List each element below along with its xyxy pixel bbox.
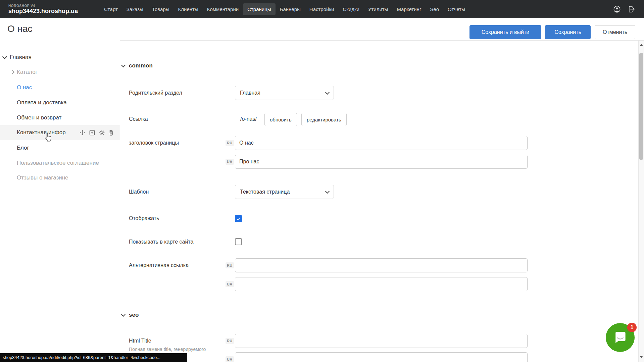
nav-item-marketing[interactable]: Маркетинг bbox=[392, 3, 426, 15]
lang-tag-ua: UA bbox=[226, 356, 234, 362]
chevron-down-icon[interactable] bbox=[2, 54, 7, 59]
save-and-exit-button[interactable]: Сохранить и выйти bbox=[469, 25, 541, 39]
logout-icon[interactable] bbox=[628, 5, 635, 13]
page: HOROSHOP V4 shop34423.horoshop.ua Старт … bbox=[0, 0, 644, 362]
sidebar-item-katalog[interactable]: Каталог bbox=[0, 65, 120, 80]
html-title-hint: Полная замена title, генерируемого bbox=[129, 346, 206, 352]
delete-icon[interactable] bbox=[109, 130, 114, 136]
lang-tag-ua: UA bbox=[226, 159, 234, 165]
page-header: О нас Сохранить и выйти Сохранить Отмени… bbox=[0, 18, 644, 41]
lang-tag-ru: RU bbox=[226, 262, 234, 268]
save-button[interactable]: Сохранить bbox=[545, 25, 591, 39]
nav-right-icons bbox=[613, 5, 644, 13]
link-label: Ссылка bbox=[129, 116, 148, 122]
move-icon[interactable] bbox=[80, 130, 85, 136]
sidebar-item-oplata-i-dostavka[interactable]: Оплата и доставка bbox=[0, 95, 120, 110]
scroll-up-button[interactable] bbox=[640, 44, 643, 46]
chevron-down-icon bbox=[325, 189, 330, 194]
nav-item-banners[interactable]: Баннеры bbox=[276, 3, 305, 15]
page-title: О нас bbox=[7, 23, 33, 34]
display-label: Отображать bbox=[129, 215, 159, 222]
nav-item-discounts[interactable]: Скидки bbox=[338, 3, 363, 15]
sidebar-item-polzovatelskoe-soglashenie[interactable]: Пользовательское соглашение bbox=[0, 156, 120, 170]
lang-tag-ua: UA bbox=[226, 281, 234, 287]
scrollbar-thumb[interactable] bbox=[639, 53, 643, 160]
chevron-down-icon bbox=[325, 90, 330, 95]
account-icon[interactable] bbox=[613, 5, 621, 13]
tree-row-actions bbox=[80, 125, 114, 140]
alt-link-ru-input[interactable] bbox=[235, 258, 528, 272]
sitemap-label: Показывать в карте сайта bbox=[129, 239, 193, 245]
html-title-label: Html Title bbox=[129, 338, 151, 344]
update-link-button[interactable]: обновить bbox=[264, 113, 297, 126]
nav-item-products[interactable]: Товары bbox=[148, 3, 174, 15]
nav-item-start[interactable]: Старт bbox=[100, 3, 122, 15]
lang-tag-ru: RU bbox=[226, 338, 234, 344]
edit-link-button[interactable]: редактировать bbox=[301, 113, 347, 126]
sidebar-item-glavnaya[interactable]: Главная bbox=[0, 50, 120, 65]
sitemap-checkbox[interactable] bbox=[235, 238, 242, 245]
chevron-down-icon bbox=[121, 63, 126, 67]
nav-item-pages[interactable]: Страницы bbox=[243, 3, 275, 15]
section-seo-header[interactable]: seo bbox=[122, 312, 139, 318]
pages-tree-sidebar: Главная Каталог О нас Оплата и доставка … bbox=[0, 40, 120, 362]
nav-item-settings[interactable]: Настройки bbox=[305, 3, 339, 15]
cancel-button[interactable]: Отменить bbox=[595, 25, 635, 39]
brand[interactable]: HOROSHOP V4 shop34423.horoshop.ua bbox=[0, 4, 86, 14]
chevron-down-icon bbox=[121, 312, 126, 317]
section-common-header[interactable]: common bbox=[122, 62, 153, 69]
page-title-ua-input[interactable] bbox=[235, 155, 528, 169]
lang-tag-ru: RU bbox=[226, 140, 234, 146]
brand-domain: shop34423.horoshop.ua bbox=[8, 8, 86, 14]
settings-icon[interactable] bbox=[99, 130, 105, 136]
main-menu: Старт Заказы Товары Клиенты Комментарии … bbox=[100, 3, 469, 15]
parent-section-select[interactable]: Главная bbox=[235, 86, 334, 100]
nav-item-clients[interactable]: Клиенты bbox=[174, 3, 203, 15]
template-select[interactable]: Текстовая страница bbox=[235, 185, 334, 199]
sidebar-item-obmen-i-vozvrat[interactable]: Обмен и возврат bbox=[0, 110, 120, 125]
chat-bubble-icon bbox=[612, 329, 628, 346]
html-title-ru-input[interactable] bbox=[235, 334, 528, 348]
status-url-bar: shop34423.horoshop.ua/edit/edit.php?id=6… bbox=[0, 353, 187, 362]
parent-section-label: Родительский раздел bbox=[129, 90, 182, 96]
html-title-ua-input[interactable] bbox=[235, 352, 528, 362]
template-label: Шаблон bbox=[129, 189, 149, 195]
page-title-label: заголовок страницы bbox=[129, 140, 179, 146]
sidebar-item-o-nas[interactable]: О нас bbox=[0, 80, 120, 95]
display-checkbox[interactable] bbox=[235, 215, 242, 222]
sidebar-item-otzyvy-o-magazine[interactable]: Отзывы о магазине bbox=[0, 170, 120, 185]
chevron-right-icon[interactable] bbox=[10, 70, 14, 74]
top-navbar: HOROSHOP V4 shop34423.horoshop.ua Старт … bbox=[0, 0, 644, 18]
alt-link-ua-input[interactable] bbox=[235, 277, 528, 291]
scroll-down-button[interactable] bbox=[640, 356, 643, 358]
add-icon[interactable] bbox=[89, 130, 95, 136]
nav-item-comments[interactable]: Комментарии bbox=[203, 3, 243, 15]
chat-unread-badge: 1 bbox=[627, 323, 637, 332]
sidebar-item-kontaktnaya-informatsiya[interactable]: Контактная инфор bbox=[0, 125, 120, 140]
nav-item-utilities[interactable]: Утилиты bbox=[364, 3, 393, 15]
nav-item-reports[interactable]: Отчеты bbox=[443, 3, 469, 15]
page-title-ru-input[interactable] bbox=[235, 136, 528, 150]
sidebar-item-blog[interactable]: Блог bbox=[0, 141, 120, 155]
nav-item-orders[interactable]: Заказы bbox=[122, 3, 148, 15]
brand-version: HOROSHOP V4 bbox=[8, 4, 86, 8]
nav-item-seo[interactable]: Seo bbox=[426, 3, 443, 15]
link-path: /o-nas/ bbox=[240, 116, 257, 122]
alt-link-label: Альтернативная ссылка bbox=[129, 262, 189, 269]
